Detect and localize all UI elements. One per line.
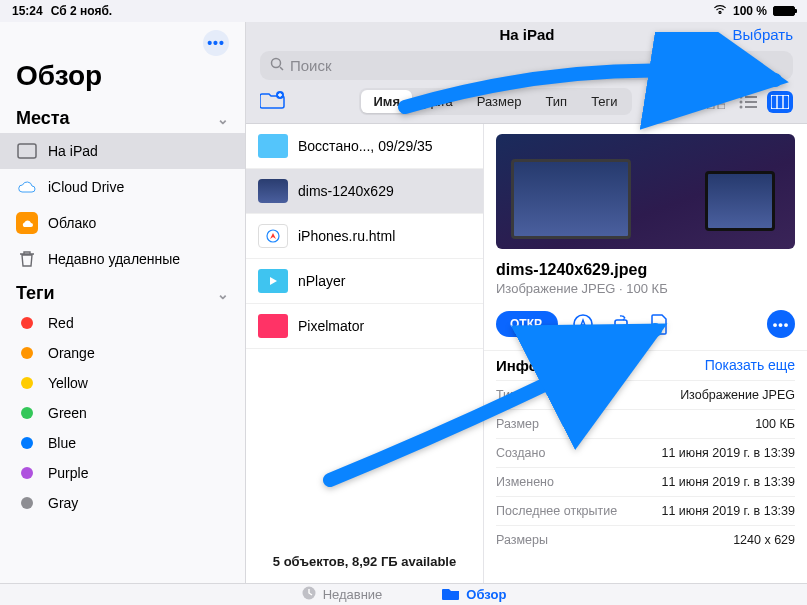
info-table: ТипИзображение JPEG Размер100 КБ Создано… [484,380,807,554]
markup-icon[interactable] [570,311,596,337]
more-actions-button[interactable]: ••• [767,310,795,338]
tag-blue[interactable]: Blue [0,428,245,458]
bottom-bar: Недавние Обзор [0,583,807,605]
tag-dot-icon [21,497,33,509]
wifi-icon [713,4,727,18]
chevron-down-icon: ⌄ [217,111,229,127]
tag-red[interactable]: Red [0,308,245,338]
sort-date[interactable]: Дата [412,90,465,113]
svg-point-8 [740,95,743,98]
safari-icon [258,224,288,248]
main-panel: На iPad Выбрать Поиск Имя Дата Размер Ти… [246,22,807,583]
more-button[interactable]: ••• [203,30,229,56]
new-folder-button[interactable] [260,90,288,114]
ipad-icon [16,140,38,162]
svg-rect-6 [707,104,714,109]
section-places[interactable]: Места ⌄ [0,102,245,133]
sort-type[interactable]: Тип [533,90,579,113]
sidebar-item-trash[interactable]: Недавно удаленные [0,241,245,277]
svg-rect-7 [718,104,725,109]
sidebar-item-cloud[interactable]: Облако [0,205,245,241]
tag-dot-icon [21,347,33,359]
svg-line-2 [280,67,283,70]
sort-name[interactable]: Имя [361,90,412,113]
tab-browse[interactable]: Обзор [442,586,506,603]
pixelmator-icon [258,314,288,338]
view-columns-button[interactable] [767,91,793,113]
section-tags[interactable]: Теги ⌄ [0,277,245,308]
search-icon [270,57,284,74]
file-row-folder[interactable]: Восстано..., 09/29/35 [246,124,483,169]
svg-text:PDF: PDF [654,324,664,330]
view-list-button[interactable] [735,91,761,113]
file-row-html[interactable]: iPhones.ru.html [246,214,483,259]
pdf-icon[interactable]: PDF [646,311,672,337]
image-thumb-icon [258,179,288,203]
battery-pct: 100 % [733,4,767,18]
status-bar: 15:24 Сб 2 нояб. 100 % [0,0,807,22]
tag-dot-icon [21,377,33,389]
tag-purple[interactable]: Purple [0,458,245,488]
view-grid-button[interactable] [703,91,729,113]
file-row-nplayer[interactable]: nPlayer [246,259,483,304]
file-name: dims-1240x629.jpeg [484,259,807,281]
detail-panel: dims-1240x629.jpeg Изображение JPEG · 10… [483,124,807,583]
tag-dot-icon [21,437,33,449]
select-button[interactable]: Выбрать [733,26,793,43]
nplayer-icon [258,269,288,293]
cloud-icon [16,176,38,198]
tag-dot-icon [21,467,33,479]
sidebar-item-icloud[interactable]: iCloud Drive [0,169,245,205]
svg-rect-5 [718,95,725,100]
sort-segment: Имя Дата Размер Тип Теги [359,88,631,115]
svg-point-1 [272,59,281,68]
clock-icon [301,585,317,604]
trash-icon [16,248,38,270]
sidebar-item-ipad[interactable]: На iPad [0,133,245,169]
tag-orange[interactable]: Orange [0,338,245,368]
folder-icon [442,586,460,603]
cloud-app-icon [16,212,38,234]
svg-point-18 [574,315,592,333]
sort-size[interactable]: Размер [465,90,534,113]
preview-image [496,134,795,249]
battery-icon [773,6,795,16]
svg-rect-0 [18,144,36,158]
show-more-button[interactable]: Показать еще [705,357,795,374]
tag-green[interactable]: Green [0,398,245,428]
folder-icon [258,134,288,158]
tag-gray[interactable]: Gray [0,488,245,518]
svg-point-12 [740,105,743,108]
tag-dot-icon [21,407,33,419]
rotate-icon[interactable] [608,311,634,337]
tag-dot-icon [21,317,33,329]
status-date: Сб 2 нояб. [51,4,112,18]
search-input[interactable]: Поиск [260,51,793,80]
tab-recents[interactable]: Недавние [301,585,383,604]
tag-yellow[interactable]: Yellow [0,368,245,398]
sidebar: ••• Обзор Места ⌄ На iPad iCloud Drive О… [0,22,246,583]
page-title: На iPad [499,26,554,43]
file-status: 5 объектов, 8,92 ГБ available [246,540,483,583]
chevron-down-icon: ⌄ [217,286,229,302]
sidebar-title: Обзор [0,60,245,102]
file-row-image[interactable]: dims-1240x629 [246,169,483,214]
sort-tags[interactable]: Теги [579,90,629,113]
svg-point-10 [740,100,743,103]
status-time: 15:24 [12,4,43,18]
file-desc: Изображение JPEG · 100 КБ [484,281,807,306]
svg-rect-4 [707,95,714,100]
search-placeholder: Поиск [290,57,332,74]
svg-rect-19 [615,320,627,332]
svg-rect-14 [771,95,789,109]
file-row-pixelmator[interactable]: Pixelmator [246,304,483,349]
file-list: Восстано..., 09/29/35 dims-1240x629 iPho… [246,124,483,583]
open-button[interactable]: ОТКР. [496,311,558,337]
info-header: Информация [496,357,593,374]
